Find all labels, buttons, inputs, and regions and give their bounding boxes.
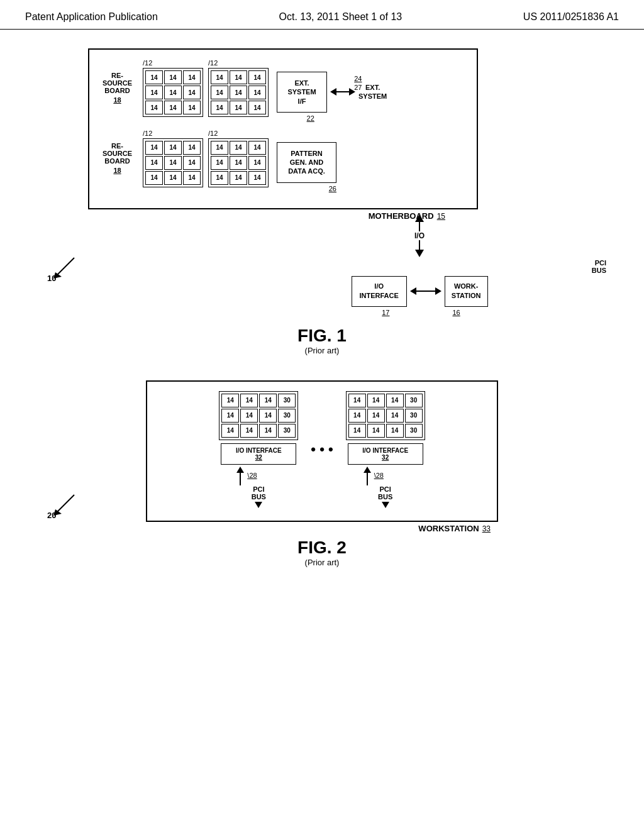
cell: 14 xyxy=(221,394,239,407)
fig1-ref-arrow: 10 xyxy=(50,255,75,280)
cell: 14 xyxy=(145,86,163,99)
cell: 14 xyxy=(164,101,182,114)
cell: 14 xyxy=(211,70,228,84)
workstation-outer-box: WORKSTATION 33 14 14 14 30 xyxy=(146,380,498,522)
fig1-subtitle: (Prior art) xyxy=(38,346,606,355)
bottom-board-row: RE- SOURCE BOARD 18 /12 14 14 14 14 14 xyxy=(97,130,469,192)
resource-board-label-bottom: RE- SOURCE BOARD 18 xyxy=(97,130,138,174)
arrowhead-left-icon xyxy=(330,88,336,96)
cell: 14 xyxy=(230,141,247,155)
fig2-subtitle: (Prior art) xyxy=(38,558,606,567)
cell: 14 xyxy=(248,141,266,155)
svg-line-2 xyxy=(55,495,74,514)
cell: 14 xyxy=(183,171,201,185)
pci-bus-label-2: PCI BUS xyxy=(378,485,392,501)
cell: 14 xyxy=(211,86,228,99)
top-board-row: RE- SOURCE BOARD 18 /12 14 14 14 14 14 xyxy=(97,59,469,122)
arrowhead-down-3-icon xyxy=(382,502,389,508)
cell: 14 xyxy=(164,171,182,185)
arrowhead-down-2-icon xyxy=(255,502,262,508)
header-center: Oct. 13, 2011 Sheet 1 of 13 xyxy=(279,11,402,23)
cell: 14 xyxy=(259,424,277,438)
cell: 14 xyxy=(259,394,277,407)
cell: 14 xyxy=(230,156,247,170)
io-interface-box-fig2-1: I/O INTERFACE 32 xyxy=(221,443,296,465)
ext-if-num: 22 xyxy=(307,114,314,122)
fig1-label: FIG. 1 (Prior art) xyxy=(38,326,606,355)
cell: 14 xyxy=(183,141,201,155)
cell: 14 xyxy=(211,101,228,114)
cell-30: 30 xyxy=(405,409,423,423)
io-interface-num: 17 xyxy=(382,309,389,316)
arrowhead-up-2-icon xyxy=(236,467,244,473)
cell: 14 xyxy=(145,171,163,185)
cell: 14 xyxy=(240,409,258,423)
board-num-1: \28 xyxy=(247,472,257,479)
cell: 14 xyxy=(248,70,266,84)
cell-30: 30 xyxy=(405,394,423,407)
cell: 14 xyxy=(248,156,266,170)
pattern-section: PATTERN GEN. AND DATA ACQ. 26 xyxy=(277,130,336,192)
cell: 14 xyxy=(230,171,247,185)
cell: 14 xyxy=(248,101,266,114)
cell: 14 xyxy=(211,141,228,155)
main-content: 10 MOTHERBOARD 15 RE- SOURCE BOARD 18 xyxy=(0,30,644,586)
header-left: Patent Application Publication xyxy=(25,11,158,23)
cell: 14 xyxy=(211,156,228,170)
grid-group-top-1: /12 14 14 14 14 14 14 14 14 14 xyxy=(143,59,203,117)
fig2-label: FIG. 2 (Prior art) xyxy=(38,538,606,567)
cell: 14 xyxy=(145,101,163,114)
motherboard-box: MOTHERBOARD 15 RE- SOURCE BOARD 18 /12 xyxy=(88,48,478,209)
fig2-boards: 14 14 14 30 14 14 14 30 14 14 xyxy=(157,391,487,508)
grid-ref-top1: 12 xyxy=(145,59,152,67)
io-arrow-section: I/O PCI BUS I/O INTERFACE xyxy=(233,214,606,316)
cell: 14 xyxy=(164,141,182,155)
grid-group-bottom-1: /12 14 14 14 14 14 14 14 14 14 xyxy=(143,130,203,187)
resource-board-num-bottom: 18 xyxy=(97,167,138,174)
io-interface-box-fig2-2: I/O INTERFACE 32 xyxy=(348,443,423,465)
ext-system-label: EXT. SYSTEM xyxy=(358,83,387,101)
io-interface-num-fig2-2: 32 xyxy=(382,454,389,461)
cell: 14 xyxy=(367,394,385,407)
fig2-title: FIG. 2 xyxy=(38,538,606,558)
arrow-left-icon xyxy=(410,287,416,295)
cell: 14 xyxy=(386,409,404,423)
io-interface-box: I/O INTERFACE xyxy=(352,276,407,307)
fig1-ref-num: 10 xyxy=(47,274,56,283)
ext-if-section: EXT. SYSTEM I/F EXT. xyxy=(277,59,387,122)
cell: 14 xyxy=(211,171,228,185)
cell: 14 xyxy=(386,424,404,438)
cell: 14 xyxy=(183,101,201,114)
grid-group-top-2: /12 14 14 14 14 14 14 14 14 14 xyxy=(208,59,269,117)
io-interface-num-fig2-1: 32 xyxy=(255,454,262,461)
io-label: I/O xyxy=(414,231,425,240)
header-right: US 2011/0251836 A1 xyxy=(523,11,619,23)
cell: 14 xyxy=(221,409,239,423)
grid-group-bottom-2: /12 14 14 14 14 14 14 14 14 14 xyxy=(208,130,269,187)
cell: 14 xyxy=(367,424,385,438)
pci-bus-label-fig1: PCI BUS xyxy=(592,259,606,274)
io-interface-row: I/O INTERFACE WORK- STATION xyxy=(352,276,488,307)
workstation-num: 16 xyxy=(453,309,460,316)
cell: 14 xyxy=(164,86,182,99)
fig2-section: 20 WORKSTATION 33 14 14 xyxy=(38,380,606,567)
cell: 14 xyxy=(145,156,163,170)
board-num-2: \28 xyxy=(374,472,384,479)
cell: 14 xyxy=(145,70,163,84)
cell: 14 xyxy=(230,70,247,84)
fig1-section: 10 MOTHERBOARD 15 RE- SOURCE BOARD 18 xyxy=(38,48,606,355)
cell-30: 30 xyxy=(278,424,296,438)
fig2-board-group-1: 14 14 14 30 14 14 14 30 14 14 xyxy=(219,391,298,508)
ext-system-num-section: 24 27 xyxy=(354,59,362,91)
cell: 14 xyxy=(164,70,182,84)
cell-30: 30 xyxy=(278,409,296,423)
arrow-right-icon xyxy=(435,287,441,295)
cell: 14 xyxy=(348,394,366,407)
cell: 14 xyxy=(248,171,266,185)
arrowhead-up-3-icon xyxy=(364,467,371,473)
cell: 14 xyxy=(183,156,201,170)
pci-bus-label-1: PCI BUS xyxy=(252,485,266,501)
cell: 14 xyxy=(240,394,258,407)
fig2-ref-arrow: 20 xyxy=(50,492,75,517)
cell: 14 xyxy=(367,409,385,423)
